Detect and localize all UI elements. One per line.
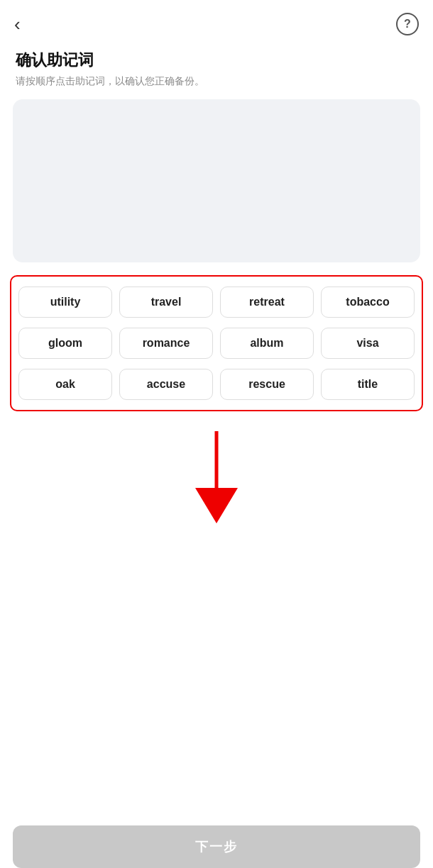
svg-marker-1: [195, 488, 238, 523]
next-button-wrap: 下一步: [0, 825, 433, 868]
down-arrow-icon: [188, 431, 245, 523]
help-icon: ?: [404, 18, 411, 30]
mnemonic-display-area: [13, 99, 420, 262]
back-button[interactable]: ‹: [14, 15, 21, 33]
page-title: 确认助记词: [16, 50, 417, 71]
word-chip-rescue[interactable]: rescue: [220, 369, 314, 400]
word-chip-gloom[interactable]: gloom: [18, 328, 112, 359]
word-grid-container: utilitytravelretreattobaccogloomromancea…: [10, 275, 423, 411]
word-chip-utility[interactable]: utility: [18, 286, 112, 318]
word-chip-visa[interactable]: visa: [321, 328, 415, 359]
help-button[interactable]: ?: [396, 13, 419, 35]
word-chip-accuse[interactable]: accuse: [119, 369, 213, 400]
word-chip-tobacco[interactable]: tobacco: [321, 286, 415, 318]
header: ‹ ?: [0, 0, 433, 43]
title-section: 确认助记词 请按顺序点击助记词，以确认您正确备份。: [0, 43, 433, 99]
word-chip-album[interactable]: album: [220, 328, 314, 359]
word-grid: utilitytravelretreattobaccogloomromancea…: [18, 286, 415, 400]
page-subtitle: 请按顺序点击助记词，以确认您正确备份。: [16, 75, 417, 88]
next-button[interactable]: 下一步: [13, 825, 420, 868]
word-chip-oak[interactable]: oak: [18, 369, 112, 400]
word-chip-romance[interactable]: romance: [119, 328, 213, 359]
word-chip-retreat[interactable]: retreat: [220, 286, 314, 318]
word-chip-travel[interactable]: travel: [119, 286, 213, 318]
word-chip-title[interactable]: title: [321, 369, 415, 400]
arrow-container: [0, 424, 433, 523]
